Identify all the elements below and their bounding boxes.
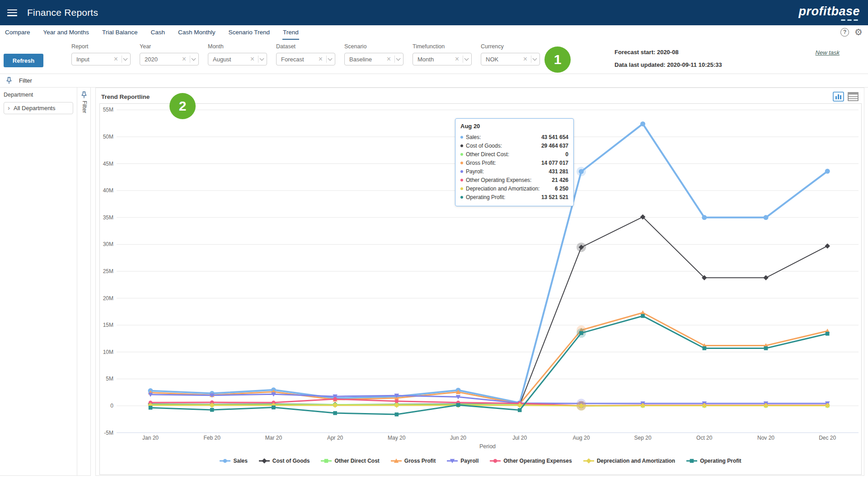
chevron-down-icon[interactable] [260, 56, 264, 61]
series-dot-icon [460, 187, 463, 190]
view-switcher [833, 92, 859, 102]
settings-gear-icon[interactable]: ⚙ [854, 28, 863, 37]
dropdown-divider [394, 56, 395, 63]
clear-icon[interactable]: × [521, 56, 529, 63]
trend-panel: Trend Reportline 55M50M45M40M35M30M25M20… [95, 88, 864, 476]
menu-icon[interactable] [7, 9, 17, 16]
x-axis-tick-label: Mar 20 [265, 435, 282, 441]
clear-icon[interactable]: × [112, 56, 120, 63]
filter-dataset: DatasetForecast× [276, 43, 335, 65]
tooltip-row: Sales:43 541 654 [460, 133, 568, 141]
chevron-right-icon: › [8, 104, 10, 111]
tooltip-series-value: 14 077 017 [541, 160, 568, 166]
filter-scenario-dropdown[interactable]: Baseline× [344, 53, 404, 65]
refresh-button[interactable]: Refresh [4, 54, 43, 67]
chevron-down-icon[interactable] [533, 56, 537, 61]
tooltip-series-value: 13 521 521 [541, 194, 568, 200]
chart-view-icon[interactable] [833, 92, 844, 102]
clear-icon[interactable]: × [317, 56, 324, 63]
tab-trend[interactable]: Trend [282, 25, 299, 40]
clear-icon[interactable]: × [385, 56, 393, 63]
tooltip-row: Operating Profit:13 521 521 [460, 193, 568, 201]
chevron-down-icon[interactable] [396, 56, 401, 61]
filter-timefunction-value: Month [418, 56, 453, 63]
filter-timefunction-dropdown[interactable]: Month× [413, 53, 472, 65]
chevron-down-icon[interactable] [192, 56, 196, 61]
series-dot-icon [460, 179, 463, 181]
series-dot-icon [460, 170, 463, 173]
x-axis-tick-label: May 20 [388, 435, 406, 441]
legend-item-sales[interactable]: Sales [220, 458, 247, 464]
legend-marker-icon [447, 458, 458, 464]
legend-item-operating-profit[interactable]: Operating Profit [686, 458, 741, 464]
x-axis-tick-label: Oct 20 [696, 435, 713, 441]
filter-month-dropdown[interactable]: August× [208, 53, 267, 65]
new-task-link[interactable]: New task [816, 49, 840, 56]
tab-compare[interactable]: Compare [5, 25, 31, 40]
chevron-down-icon[interactable] [464, 56, 469, 61]
department-label: Department [4, 92, 77, 98]
filter-year-dropdown[interactable]: 2020× [140, 53, 199, 65]
tooltip-series-label: Sales: [466, 134, 541, 140]
x-axis-title: Period [479, 443, 496, 450]
filter-currency-dropdown[interactable]: NOK× [481, 53, 540, 65]
tooltip-row: Other Operating Expenses:21 426 [460, 176, 568, 184]
tooltip-series-value: 29 464 637 [541, 143, 568, 149]
filter-month-label: Month [208, 43, 267, 50]
help-icon[interactable]: ? [840, 28, 849, 37]
annotation-step-2: 2 [169, 93, 196, 119]
tooltip-title: Aug 20 [460, 123, 568, 130]
legend-marker-icon [220, 458, 230, 464]
tabbar-icons: ? ⚙ [840, 28, 863, 37]
clear-icon[interactable]: × [453, 56, 461, 63]
legend-item-other-operating-expenses[interactable]: Other Operating Expenses [490, 458, 572, 464]
dropdown-divider [463, 56, 463, 63]
tab-trial-balance[interactable]: Trial Balance [102, 25, 138, 40]
report-tabs: CompareYear and MonthsTrial BalanceCashC… [0, 25, 299, 40]
table-view-icon[interactable] [848, 92, 859, 101]
tooltip-row: Cost of Goods:29 464 637 [460, 141, 568, 150]
pushpin-icon [5, 77, 13, 84]
legend-item-cost-of-goods[interactable]: Cost of Goods [259, 458, 310, 464]
tooltip-row: Gross Profit:14 077 017 [460, 158, 568, 167]
tab-year-and-months[interactable]: Year and Months [43, 25, 90, 40]
tab-scenario-trend[interactable]: Scenario Trend [228, 25, 270, 40]
legend-item-other-direct-cost[interactable]: Other Direct Cost [321, 458, 379, 464]
x-axis-tick-label: Jan 20 [142, 435, 159, 441]
department-tree-item[interactable]: › All Departments [4, 102, 73, 114]
tab-cash[interactable]: Cash [150, 25, 165, 40]
chart-area[interactable]: 55M50M45M40M35M30M25M20M15M10M5M0-5MJan … [99, 103, 862, 475]
filter-scenario: ScenarioBaseline× [344, 43, 404, 65]
filter-report-label: Report [71, 43, 131, 50]
x-axis-tick-label: Feb 20 [204, 435, 221, 441]
legend-marker-icon [321, 458, 332, 464]
tooltip-series-label: Gross Profit: [466, 160, 541, 166]
tooltip-series-label: Other Direct Cost: [466, 151, 565, 158]
legend-label: Other Direct Cost [334, 458, 379, 464]
x-axis-tick-label: Dec 20 [819, 435, 836, 441]
filter-report-dropdown[interactable]: Input× [71, 53, 131, 65]
filter-strip[interactable]: Filter [77, 88, 91, 476]
tooltip-row: Other Direct Cost:0 [460, 150, 568, 158]
chevron-down-icon[interactable] [328, 56, 333, 61]
logo-dashes [798, 19, 858, 21]
tab-cash-monthly[interactable]: Cash Monthly [178, 25, 216, 40]
dropdown-divider [531, 56, 531, 63]
series-cost-of-goods[interactable] [148, 214, 830, 408]
filter-report: ReportInput× [71, 43, 131, 65]
x-axis-tick-label: Aug 20 [572, 435, 590, 441]
filter-bar[interactable]: Filter [0, 74, 868, 88]
tooltip-series-label: Operating Profit: [466, 194, 541, 200]
clear-icon[interactable]: × [249, 56, 256, 63]
filter-dataset-dropdown[interactable]: Forecast× [276, 53, 335, 65]
clear-icon[interactable]: × [180, 56, 188, 63]
y-axis-tick-label: 5M [106, 376, 113, 382]
series-dot-icon [460, 144, 463, 147]
series-operating-profit[interactable] [149, 314, 830, 417]
chevron-down-icon[interactable] [123, 56, 128, 61]
legend-item-depreciation-and-amortization[interactable]: Depreciation and Amortization [583, 458, 676, 464]
legend-item-payroll[interactable]: Payroll [447, 458, 479, 464]
chart-legend: SalesCost of GoodsOther Direct CostGross… [100, 458, 861, 464]
legend-item-gross-profit[interactable]: Gross Profit [391, 458, 436, 464]
y-axis-tick-label: 20M [103, 295, 113, 302]
